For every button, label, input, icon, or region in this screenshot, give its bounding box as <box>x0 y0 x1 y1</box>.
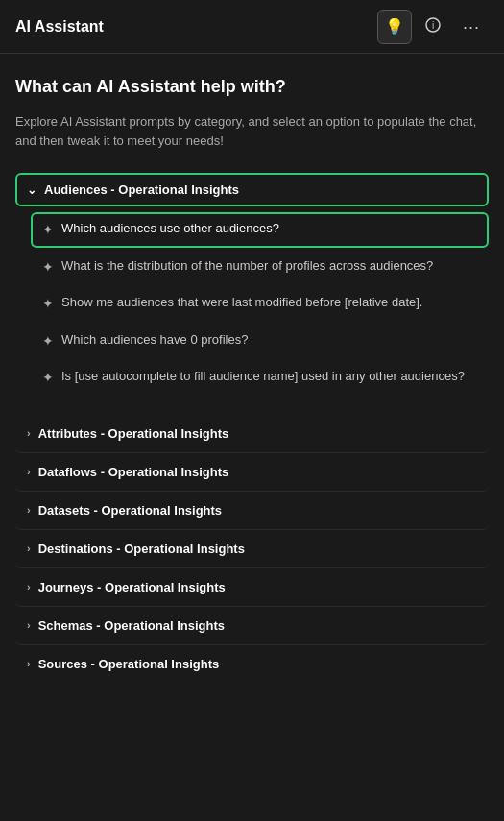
datasets-label: Datasets - Operational Insights <box>38 503 222 518</box>
prompt-text: Which audiences have 0 profiles? <box>61 331 248 349</box>
prompt-item[interactable]: ✦ Which audiences have 0 profiles? <box>31 324 489 359</box>
spark-icon: ✦ <box>42 332 54 351</box>
dataflows-label: Dataflows - Operational Insights <box>38 465 229 479</box>
prompt-text: Is [use autocomplete to fill audience na… <box>61 368 465 385</box>
page-title: What can AI Assistant help with? <box>15 77 489 97</box>
sources-category[interactable]: › Sources - Operational Insights <box>15 645 489 683</box>
chevron-right-icon: › <box>27 466 31 477</box>
sources-label: Sources - Operational Insights <box>38 657 220 671</box>
prompt-text: What is the distribution of the number o… <box>61 257 433 275</box>
collapsed-categories: › Attributes - Operational Insights › Da… <box>15 415 489 683</box>
prompt-item[interactable]: ✦ What is the distribution of the number… <box>31 250 489 285</box>
attributes-label: Attributes - Operational Insights <box>38 426 229 441</box>
chevron-right-icon: › <box>27 543 31 554</box>
destinations-label: Destinations - Operational Insights <box>38 542 245 556</box>
main-content: What can AI Assistant help with? Explore… <box>0 54 504 698</box>
prompt-item[interactable]: ✦ Is [use autocomplete to fill audience … <box>31 360 489 396</box>
schemas-category[interactable]: › Schemas - Operational Insights <box>15 607 489 645</box>
more-icon: ··· <box>463 18 480 36</box>
spark-icon: ✦ <box>42 369 54 388</box>
chevron-right-icon: › <box>27 427 31 439</box>
prompt-item[interactable]: ✦ Which audiences use other audiences? <box>31 212 489 248</box>
bulb-button[interactable]: 💡 <box>377 10 412 44</box>
chevron-down-icon: ⌄ <box>27 183 36 197</box>
spark-icon: ✦ <box>42 258 54 278</box>
journeys-category[interactable]: › Journeys - Operational Insights <box>15 568 489 607</box>
spark-icon: ✦ <box>42 295 54 314</box>
audiences-category-label: Audiences - Operational Insights <box>44 182 239 197</box>
chevron-right-icon: › <box>27 581 31 592</box>
app-title: AI Assistant <box>15 18 104 36</box>
chevron-right-icon: › <box>27 619 31 631</box>
chevron-right-icon: › <box>27 504 31 516</box>
info-icon: i <box>425 17 441 36</box>
prompt-item[interactable]: ✦ Show me audiences that were last modif… <box>31 286 489 322</box>
audiences-prompts-list: ✦ Which audiences use other audiences? ✦… <box>15 206 489 403</box>
bulb-icon: 💡 <box>385 17 404 36</box>
prompt-text: Which audiences use other audiences? <box>61 220 279 237</box>
header-actions: 💡 i ··· <box>377 10 489 44</box>
audiences-category-header[interactable]: ⌄ Audiences - Operational Insights <box>15 173 489 206</box>
datasets-category[interactable]: › Datasets - Operational Insights <box>15 492 489 530</box>
attributes-category[interactable]: › Attributes - Operational Insights <box>15 415 489 453</box>
more-button[interactable]: ··· <box>454 10 489 44</box>
chevron-right-icon: › <box>27 658 31 669</box>
info-button[interactable]: i <box>416 10 450 44</box>
page-description: Explore AI Assistant prompts by category… <box>15 112 489 150</box>
dataflows-category[interactable]: › Dataflows - Operational Insights <box>15 453 489 492</box>
schemas-label: Schemas - Operational Insights <box>38 618 225 633</box>
destinations-category[interactable]: › Destinations - Operational Insights <box>15 530 489 568</box>
app-header: AI Assistant 💡 i ··· <box>0 0 504 54</box>
audiences-section: ⌄ Audiences - Operational Insights ✦ Whi… <box>15 173 489 403</box>
svg-text:i: i <box>432 20 434 31</box>
prompt-text: Show me audiences that were last modifie… <box>61 294 423 311</box>
journeys-label: Journeys - Operational Insights <box>38 580 226 594</box>
spark-icon: ✦ <box>42 221 54 240</box>
